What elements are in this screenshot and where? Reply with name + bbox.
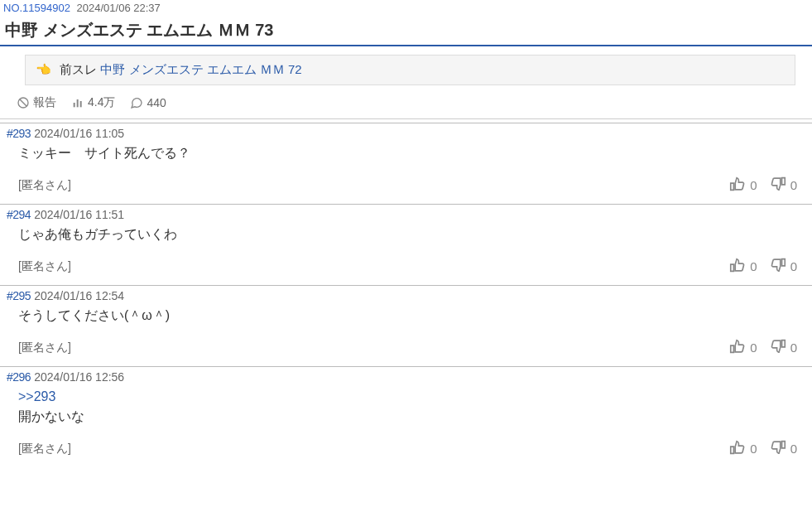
prev-thread-link[interactable]: 中野 メンズエステ エムエム ＭＭ 72 bbox=[100, 62, 301, 76]
ban-icon bbox=[17, 96, 30, 109]
downvote-button[interactable]: 0 bbox=[769, 438, 797, 459]
post-footer: [匿名さん]00 bbox=[7, 437, 805, 462]
thumbs-up-icon bbox=[728, 256, 747, 277]
speech-bubble-icon bbox=[130, 96, 143, 109]
post-text: 開かないな bbox=[18, 409, 84, 423]
poster-name: [匿名さん] bbox=[18, 259, 71, 274]
upvote-count: 0 bbox=[750, 259, 757, 273]
downvote-count: 0 bbox=[790, 259, 797, 273]
prev-thread-label: 前スレ bbox=[60, 62, 97, 76]
post-header: #2962024/01/16 12:56 bbox=[7, 370, 805, 384]
post-header: #2942024/01/16 11:51 bbox=[7, 208, 805, 221]
post-footer: [匿名さん]00 bbox=[7, 336, 805, 361]
post-body: >>293開かないな bbox=[7, 384, 805, 437]
prev-thread-box: 👈 前スレ 中野 メンズエステ エムエム ＭＭ 72 bbox=[25, 55, 795, 85]
post-number[interactable]: #295 bbox=[7, 289, 31, 302]
reply-reference-link[interactable]: >>293 bbox=[18, 389, 55, 403]
thumbs-down-icon bbox=[769, 175, 787, 196]
downvote-count: 0 bbox=[790, 178, 797, 192]
poster-name: [匿名さん] bbox=[18, 178, 71, 193]
post-footer: [匿名さん]00 bbox=[7, 173, 805, 199]
downvote-button[interactable]: 0 bbox=[769, 256, 797, 277]
post-text: そうしてください(＾ω＾) bbox=[18, 308, 170, 322]
thread-title: 中野 メンズエステ エムエム ＭＭ 73 bbox=[0, 16, 812, 46]
upvote-count: 0 bbox=[750, 341, 757, 355]
comments-stat[interactable]: 440 bbox=[130, 96, 166, 109]
svg-line-1 bbox=[20, 99, 26, 106]
post-date: 2024/01/16 11:05 bbox=[34, 127, 124, 140]
post-date: 2024/01/16 12:56 bbox=[34, 370, 124, 384]
post-date: 2024/01/16 12:54 bbox=[34, 289, 124, 302]
post-text: じゃあ俺もガチっていくわ bbox=[18, 227, 177, 241]
post-text: ミッキー サイト死んでる？ bbox=[18, 146, 190, 160]
downvote-button[interactable]: 0 bbox=[769, 337, 797, 358]
thumbs-up-icon bbox=[728, 438, 747, 459]
svg-rect-3 bbox=[77, 99, 79, 107]
upvote-count: 0 bbox=[750, 178, 757, 192]
upvote-button[interactable]: 0 bbox=[728, 337, 757, 358]
post-footer: [匿名さん]00 bbox=[7, 254, 805, 280]
views-stat[interactable]: 4.4万 bbox=[71, 95, 115, 110]
post-header: #2932024/01/16 11:05 bbox=[7, 127, 805, 140]
downvote-count: 0 bbox=[790, 341, 797, 355]
thread-meta: NO.11594902 2024/01/06 22:37 bbox=[0, 0, 812, 16]
post: #2942024/01/16 11:51じゃあ俺もガチっていくわ[匿名さん]00 bbox=[0, 204, 812, 285]
downvote-button[interactable]: 0 bbox=[769, 175, 797, 196]
views-count: 4.4万 bbox=[88, 95, 115, 110]
post: #2952024/01/16 12:54そうしてください(＾ω＾)[匿名さん]0… bbox=[0, 285, 812, 366]
bar-chart-icon bbox=[71, 96, 84, 109]
post-body: そうしてください(＾ω＾) bbox=[7, 302, 805, 336]
pointing-hand-icon: 👈 bbox=[36, 62, 51, 76]
post-number[interactable]: #293 bbox=[7, 127, 31, 140]
post-body: じゃあ俺もガチっていくわ bbox=[7, 221, 805, 254]
thread-number[interactable]: NO.11594902 bbox=[3, 2, 70, 14]
upvote-button[interactable]: 0 bbox=[728, 438, 757, 459]
thumbs-down-icon bbox=[769, 256, 787, 277]
poster-name: [匿名さん] bbox=[18, 442, 71, 456]
post-body: ミッキー サイト死んでる？ bbox=[7, 140, 805, 173]
upvote-button[interactable]: 0 bbox=[728, 256, 757, 277]
thumbs-up-icon bbox=[728, 337, 747, 358]
thumbs-down-icon bbox=[769, 438, 787, 459]
comments-count: 440 bbox=[147, 96, 166, 109]
thumbs-up-icon bbox=[728, 175, 747, 196]
upvote-button[interactable]: 0 bbox=[728, 175, 757, 196]
poster-name: [匿名さん] bbox=[18, 341, 71, 355]
svg-rect-4 bbox=[80, 101, 82, 107]
stats-row: 報告 4.4万 440 bbox=[0, 92, 812, 119]
post: #2932024/01/16 11:05ミッキー サイト死んでる？[匿名さん]0… bbox=[0, 123, 812, 204]
upvote-count: 0 bbox=[750, 442, 757, 456]
post-number[interactable]: #294 bbox=[7, 208, 31, 221]
post-date: 2024/01/16 11:51 bbox=[34, 208, 124, 221]
post-header: #2952024/01/16 12:54 bbox=[7, 289, 805, 302]
report-button[interactable]: 報告 bbox=[17, 95, 56, 110]
thread-date: 2024/01/06 22:37 bbox=[77, 2, 161, 14]
downvote-count: 0 bbox=[790, 442, 797, 456]
thumbs-down-icon bbox=[769, 337, 787, 358]
report-label: 報告 bbox=[33, 95, 56, 110]
post: #2962024/01/16 12:56>>293開かないな[匿名さん]00 bbox=[0, 366, 812, 467]
svg-rect-2 bbox=[74, 103, 75, 107]
post-number[interactable]: #296 bbox=[7, 370, 31, 384]
